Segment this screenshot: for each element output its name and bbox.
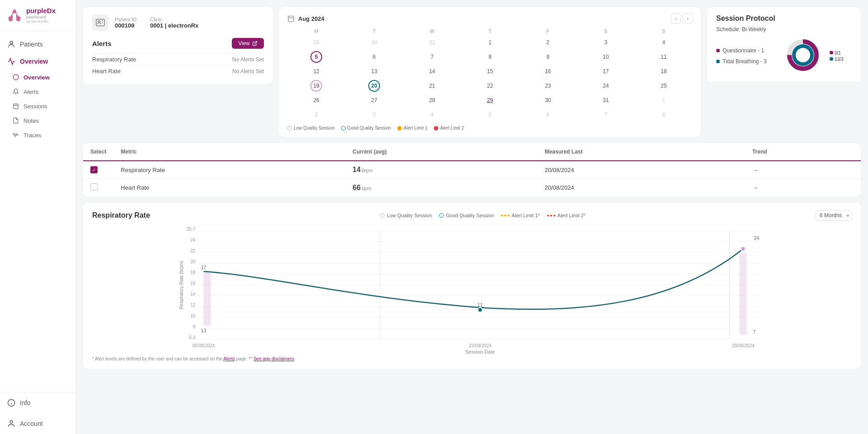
sidebar-item-overview-sub[interactable]: Overview — [0, 70, 75, 84]
calendar-day-cell: 28 — [403, 93, 461, 107]
calendar-day[interactable]: 29 — [484, 94, 496, 106]
calendar-day[interactable]: 6 — [368, 51, 380, 63]
calendar-day[interactable]: 8 — [658, 109, 670, 121]
calendar-day[interactable]: 4 — [426, 109, 438, 121]
sidebar-item-traces[interactable]: Traces — [0, 128, 75, 142]
rr-measured: 20/08/2024 — [537, 161, 745, 179]
col-measured: Measured Last — [537, 143, 745, 161]
disclaimers-link[interactable]: See app disclaimers — [253, 356, 294, 361]
calendar-day[interactable]: 25 — [658, 80, 670, 92]
calendar-day[interactable]: 14 — [426, 65, 438, 77]
calendar-day[interactable]: 30 — [368, 37, 380, 48]
sidebar-item-overview[interactable]: Overview — [0, 53, 75, 70]
calendar-day[interactable]: 22 — [484, 80, 496, 92]
calendar-day[interactable]: 4 — [658, 37, 670, 48]
calendar-next-button[interactable]: › — [683, 14, 693, 23]
alert2-dashed-icon — [547, 215, 555, 216]
patient-id-value: 000109 — [115, 22, 134, 29]
circle-icon — [12, 73, 20, 81]
calendar-day-cell: 29 — [287, 35, 345, 50]
svg-point-9 — [10, 420, 13, 423]
calendar-day[interactable]: 3 — [368, 109, 380, 121]
calendar-day[interactable]: 7 — [426, 51, 438, 63]
calendar-legend: Low Quality Session Good Quality Session… — [287, 126, 693, 131]
calendar-day[interactable]: 29 — [310, 37, 322, 48]
bottom-label-account: Account — [20, 420, 43, 427]
hr-checkbox[interactable] — [90, 183, 98, 191]
svg-text:18: 18 — [190, 270, 196, 275]
calendar-day[interactable]: 20 — [368, 80, 380, 92]
donut-chart-wrap: 0/1 13/3 — [785, 37, 821, 75]
sidebar-item-patients[interactable]: Patients — [0, 36, 75, 53]
svg-point-1 — [13, 75, 19, 80]
protocol-schedule: Schedule: Bi-Weekly — [716, 26, 852, 33]
sidebar-item-info[interactable]: Info — [0, 392, 75, 413]
svg-rect-44 — [740, 253, 747, 335]
calendar-day[interactable]: 27 — [368, 94, 380, 106]
calendar-day[interactable]: 8 — [484, 51, 496, 63]
calendar-day-cell: 30 — [345, 35, 403, 50]
calendar-day-cell: 13 — [345, 64, 403, 79]
calendar-day[interactable]: 10 — [600, 51, 612, 63]
calendar-day[interactable]: 2 — [310, 109, 322, 121]
sidebar-item-notes[interactable]: Notes — [0, 113, 75, 128]
calendar-day[interactable]: 5 — [484, 109, 496, 121]
patient-id-label: Patient ID — [115, 17, 136, 22]
calendar-day-cell: 2 — [287, 107, 345, 122]
calendar-day[interactable]: 18 — [658, 65, 670, 77]
col-current: Current (avg) — [345, 143, 537, 161]
calendar-day-cell: 3 — [577, 35, 635, 50]
calendar-prev-button[interactable]: ‹ — [671, 14, 681, 23]
alert-row-hr: Heart Rate No Alerts Set — [92, 65, 264, 77]
calendar-day[interactable]: 17 — [600, 65, 612, 77]
calendar-day-cell: 9 — [519, 50, 577, 64]
patient-clinic-col: Clinic 0001 | electronRx — [150, 17, 198, 29]
sidebar-item-account[interactable]: Account — [0, 413, 75, 434]
rr-trend: → — [745, 161, 861, 179]
calendar-day[interactable]: 9 — [542, 51, 554, 63]
calendar-day[interactable]: 23 — [542, 80, 554, 92]
sub-label-notes: Notes — [23, 117, 39, 124]
calendar-day[interactable]: 26 — [310, 94, 322, 106]
calendar-day[interactable]: 6 — [542, 109, 554, 121]
calendar-day[interactable]: 28 — [426, 94, 438, 106]
calendar-day-cell: 5 — [287, 50, 345, 64]
calendar-day[interactable]: 19 — [310, 80, 322, 92]
timerange-select[interactable]: 1 Month 3 Months 6 Months 1 Year — [816, 210, 852, 221]
chart-card: Respiratory Rate Low Quality Session Goo… — [83, 203, 861, 369]
calendar-day[interactable]: 3 — [600, 37, 612, 48]
calendar-day[interactable]: 2 — [542, 37, 554, 48]
rr-checkbox[interactable] — [90, 166, 98, 173]
bell-icon — [12, 88, 20, 96]
calendar-day[interactable]: 21 — [426, 80, 438, 92]
calendar-day-cell: 19 — [287, 79, 345, 93]
protocol-item-tb: Tidal Breathing - 3 — [716, 56, 767, 67]
legend-good-quality: Good Quality Session — [341, 126, 391, 131]
protocol-items: Questionnaire - 1 Tidal Breathing - 3 — [716, 45, 767, 67]
calendar-day[interactable]: 1 — [484, 37, 496, 48]
calendar-day[interactable]: 24 — [600, 80, 612, 92]
calendar-day[interactable]: 30 — [542, 94, 554, 106]
svg-rect-10 — [96, 19, 104, 26]
calendar-day-cell: 6 — [345, 50, 403, 64]
alerts-section: Alerts View Respiratory Rate No Alerts S… — [92, 38, 264, 77]
calendar-day[interactable]: 15 — [484, 65, 496, 77]
calendar-day-cell: 25 — [635, 79, 693, 93]
calendar-day[interactable]: 13 — [368, 65, 380, 77]
calendar-day[interactable]: 31 — [600, 94, 612, 106]
calendar-day[interactable]: 31 — [426, 37, 438, 48]
calendar-day[interactable]: 1 — [658, 94, 670, 106]
alerts-link[interactable]: Alerts — [223, 356, 235, 361]
view-alerts-button[interactable]: View — [232, 38, 264, 49]
calendar-day-cell: 8 — [461, 50, 519, 64]
sidebar-item-alerts[interactable]: Alerts — [0, 84, 75, 99]
protocol-body: Questionnaire - 1 Tidal Breathing - 3 — [716, 37, 852, 75]
calendar-day[interactable]: 7 — [600, 109, 612, 121]
sidebar-item-sessions[interactable]: Sessions — [0, 99, 75, 113]
calendar-day[interactable]: 12 — [310, 65, 322, 77]
calendar-day[interactable]: 5 — [310, 51, 322, 63]
calendar-day[interactable]: 16 — [542, 65, 554, 77]
patient-id-icon — [92, 14, 108, 31]
calendar-day[interactable]: 11 — [658, 51, 670, 63]
svg-text:20: 20 — [190, 259, 196, 264]
